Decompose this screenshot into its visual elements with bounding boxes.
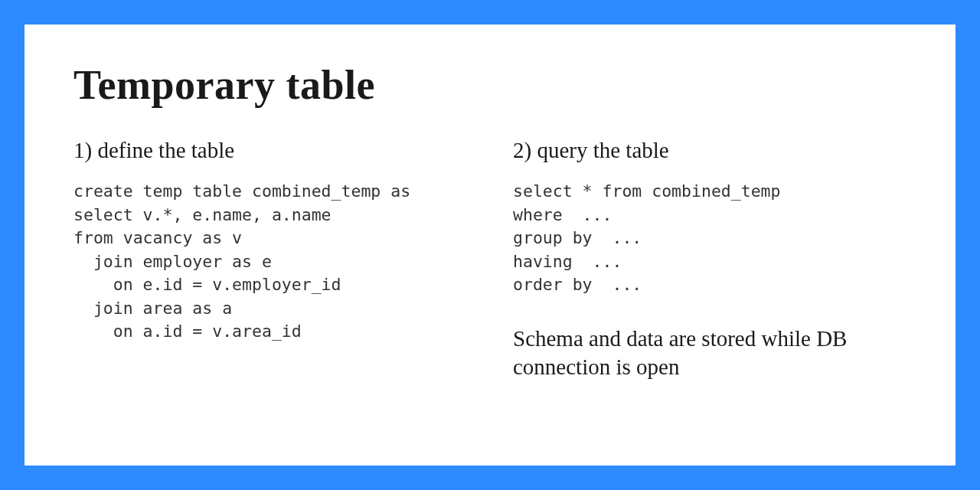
column-right: 2) query the table select * from combine… bbox=[513, 138, 906, 382]
column-left: 1) define the table create temp table co… bbox=[74, 138, 467, 382]
right-heading: 2) query the table bbox=[513, 138, 906, 163]
columns: 1) define the table create temp table co… bbox=[74, 138, 906, 382]
left-code-block: create temp table combined_temp as selec… bbox=[74, 180, 467, 344]
left-heading: 1) define the table bbox=[74, 138, 467, 163]
slide: Temporary table 1) define the table crea… bbox=[24, 24, 956, 466]
right-note: Schema and data are stored while DB conn… bbox=[513, 325, 906, 382]
slide-title: Temporary table bbox=[74, 61, 906, 109]
right-code-block: select * from combined_temp where ... gr… bbox=[513, 180, 906, 297]
